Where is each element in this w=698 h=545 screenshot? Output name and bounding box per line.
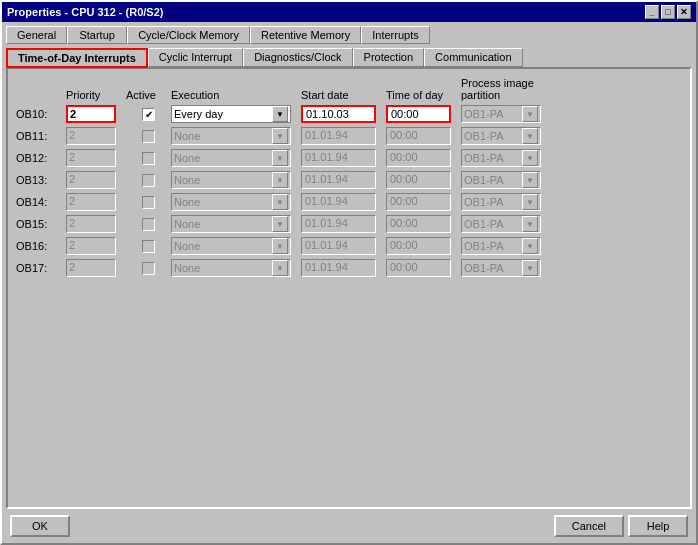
- execution-dropdown-arrow-ob10[interactable]: ▼: [272, 106, 288, 122]
- priority-ob13[interactable]: 2: [66, 171, 116, 189]
- partition-dropdown-ob10[interactable]: OB1-PA ▼: [461, 105, 541, 123]
- column-headers: Priority Active Execution Start date Tim…: [66, 77, 682, 101]
- tab-general[interactable]: General: [6, 26, 67, 44]
- dd-arrow-ob12[interactable]: ▼: [272, 150, 288, 166]
- checkbox-ob14[interactable]: [142, 196, 155, 209]
- sd-ob16[interactable]: 01.01.94: [301, 237, 376, 255]
- table-row: OB16: 2 None ▼ 01.01.94 00:00 OB1-PA ▼: [16, 237, 682, 255]
- checkbox-ob11[interactable]: [142, 130, 155, 143]
- partition-dropdown-arrow-ob11[interactable]: ▼: [522, 128, 538, 144]
- execution-dropdown-ob12[interactable]: None ▼: [171, 149, 291, 167]
- tab-retentive-memory[interactable]: Retentive Memory: [250, 26, 361, 44]
- pda-ob15[interactable]: ▼: [522, 216, 538, 232]
- execution-cell-ob10: Every day ▼: [171, 105, 301, 123]
- pd-ob13[interactable]: OB1-PA ▼: [461, 171, 541, 189]
- priority-ob17[interactable]: 2: [66, 259, 116, 277]
- timeofday-ob12[interactable]: 00:00: [386, 149, 451, 167]
- pd-ob14[interactable]: OB1-PA ▼: [461, 193, 541, 211]
- startdate-input-ob11[interactable]: 01.01.94: [301, 127, 376, 145]
- execution-dropdown-ob10[interactable]: Every day ▼: [171, 105, 291, 123]
- minimize-button[interactable]: _: [645, 5, 659, 19]
- tod-ob13[interactable]: 00:00: [386, 171, 451, 189]
- maximize-button[interactable]: □: [661, 5, 675, 19]
- timeofday-input-ob10[interactable]: 00:00: [386, 105, 451, 123]
- tod-ob14[interactable]: 00:00: [386, 193, 451, 211]
- pd-ob16[interactable]: OB1-PA ▼: [461, 237, 541, 255]
- startdate-cell-ob10: 01.10.03: [301, 105, 386, 123]
- header-process-image-line2: partition: [461, 89, 561, 101]
- checkbox-ob17[interactable]: [142, 262, 155, 275]
- partition-dropdown-ob12[interactable]: OB1-PA ▼: [461, 149, 541, 167]
- tab-time-of-day-interrupts[interactable]: Time-of-Day Interrupts: [6, 48, 148, 68]
- checkbox-ob10[interactable]: ✔: [142, 108, 155, 121]
- exec-ob13[interactable]: None ▼: [171, 171, 291, 189]
- checkbox-cell-ob10: ✔: [126, 108, 171, 121]
- tod-ob17[interactable]: 00:00: [386, 259, 451, 277]
- checkbox-ob13[interactable]: [142, 174, 155, 187]
- dd-ob13[interactable]: ▼: [272, 172, 288, 188]
- dd-ob15[interactable]: ▼: [272, 216, 288, 232]
- partition-cell-ob11: OB1-PA ▼: [461, 127, 561, 145]
- pd-ob17[interactable]: OB1-PA ▼: [461, 259, 541, 277]
- checkbox-ob12[interactable]: [142, 152, 155, 165]
- pda-ob16[interactable]: ▼: [522, 238, 538, 254]
- sd-ob17[interactable]: 01.01.94: [301, 259, 376, 277]
- tab-cycle-clock-memory[interactable]: Cycle/Clock Memory: [127, 26, 250, 44]
- pda-ob13[interactable]: ▼: [522, 172, 538, 188]
- priority-input-ob12[interactable]: 2: [66, 149, 116, 167]
- tod-ob16[interactable]: 00:00: [386, 237, 451, 255]
- execution-dropdown-ob11[interactable]: None ▼: [171, 127, 291, 145]
- priority-input-ob11[interactable]: 2: [66, 127, 116, 145]
- startdate-ob12[interactable]: 01.01.94: [301, 149, 376, 167]
- partition-dropdown-ob11[interactable]: OB1-PA ▼: [461, 127, 541, 145]
- sd-ob13[interactable]: 01.01.94: [301, 171, 376, 189]
- header-process-image-line1: Process image: [461, 77, 561, 89]
- pd-ob15[interactable]: OB1-PA ▼: [461, 215, 541, 233]
- pda-ob17[interactable]: ▼: [522, 260, 538, 276]
- tabs-row2: Time-of-Day Interrupts Cyclic Interrupt …: [2, 44, 696, 67]
- exec-ob15[interactable]: None ▼: [171, 215, 291, 233]
- tab-startup[interactable]: Startup: [67, 26, 127, 44]
- exec-ob17[interactable]: None ▼: [171, 259, 291, 277]
- tab-interrupts[interactable]: Interrupts: [361, 26, 429, 44]
- dd-ob14[interactable]: ▼: [272, 194, 288, 210]
- dd-ob16[interactable]: ▼: [272, 238, 288, 254]
- execution-value-ob11: None: [174, 130, 200, 142]
- execution-dropdown-arrow-ob11[interactable]: ▼: [272, 128, 288, 144]
- exec-ob16[interactable]: None ▼: [171, 237, 291, 255]
- tod-ob15[interactable]: 00:00: [386, 215, 451, 233]
- priority-ob14[interactable]: 2: [66, 193, 116, 211]
- close-button[interactable]: ✕: [677, 5, 691, 19]
- priority-cell-ob10: 2: [66, 105, 126, 123]
- pd-arrow-ob12[interactable]: ▼: [522, 150, 538, 166]
- priority-ob15[interactable]: 2: [66, 215, 116, 233]
- header-process-image: Process image partition: [461, 77, 561, 101]
- table-row: OB15: 2 None ▼ 01.01.94 00:00 OB1-PA ▼: [16, 215, 682, 233]
- priority-ob16[interactable]: 2: [66, 237, 116, 255]
- cancel-button[interactable]: Cancel: [554, 515, 624, 537]
- help-button[interactable]: Help: [628, 515, 688, 537]
- tab-protection[interactable]: Protection: [353, 48, 425, 67]
- dd-ob17[interactable]: ▼: [272, 260, 288, 276]
- partition-dropdown-arrow-ob10[interactable]: ▼: [522, 106, 538, 122]
- timeofday-cell-ob11: 00:00: [386, 127, 461, 145]
- tabs-row1: General Startup Cycle/Clock Memory Reten…: [2, 22, 696, 44]
- sd-ob14[interactable]: 01.01.94: [301, 193, 376, 211]
- checkbox-ob16[interactable]: [142, 240, 155, 253]
- table-row: OB10: 2 ✔ Every day ▼ 01.10.03 00:00: [16, 105, 682, 123]
- tab-cyclic-interrupt[interactable]: Cyclic Interrupt: [148, 48, 243, 67]
- timeofday-input-ob11[interactable]: 00:00: [386, 127, 451, 145]
- main-window: Properties - CPU 312 - (R0/S2) _ □ ✕ Gen…: [0, 0, 698, 545]
- checkbox-ob15[interactable]: [142, 218, 155, 231]
- table-row: OB14: 2 None ▼ 01.01.94 00:00 OB1-PA ▼: [16, 193, 682, 211]
- ok-button[interactable]: OK: [10, 515, 70, 537]
- priority-input-ob10[interactable]: 2: [66, 105, 116, 123]
- partition-value-ob10: OB1-PA: [464, 108, 504, 120]
- pda-ob14[interactable]: ▼: [522, 194, 538, 210]
- tab-communication[interactable]: Communication: [424, 48, 522, 67]
- tab-diagnostics-clock[interactable]: Diagnostics/Clock: [243, 48, 352, 67]
- exec-ob14[interactable]: None ▼: [171, 193, 291, 211]
- sd-ob15[interactable]: 01.01.94: [301, 215, 376, 233]
- partition-value-ob11: OB1-PA: [464, 130, 504, 142]
- startdate-input-ob10[interactable]: 01.10.03: [301, 105, 376, 123]
